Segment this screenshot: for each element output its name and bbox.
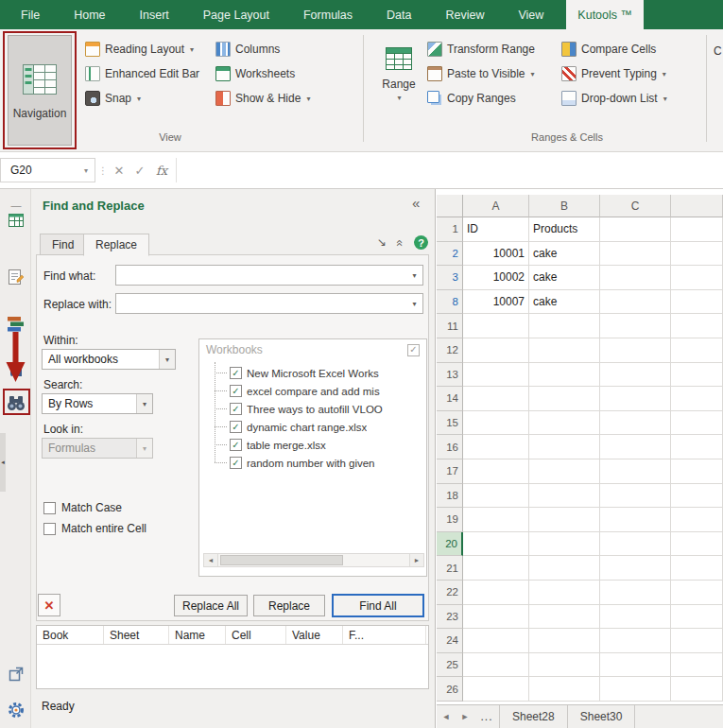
ribbon-button-transform-range[interactable]: Transform Range bbox=[423, 39, 539, 60]
row-header-25[interactable]: 25 bbox=[437, 653, 463, 678]
sheet-overflow-button[interactable]: ... bbox=[474, 710, 499, 723]
find-replace-icon[interactable] bbox=[6, 392, 26, 413]
cell-a24[interactable] bbox=[463, 629, 529, 653]
settings-gear-icon[interactable] bbox=[6, 700, 26, 720]
cell-b23[interactable] bbox=[529, 605, 600, 630]
cell-c18[interactable] bbox=[600, 484, 671, 509]
select-all-corner[interactable] bbox=[437, 195, 463, 217]
cell-a11[interactable] bbox=[463, 314, 529, 338]
cell-b21[interactable] bbox=[529, 556, 600, 581]
cell-c15[interactable] bbox=[600, 411, 671, 436]
cell-d21[interactable] bbox=[671, 556, 723, 581]
sheet-tab-sheet28[interactable]: Sheet28 bbox=[499, 705, 568, 728]
replace-all-button[interactable]: Replace All bbox=[174, 595, 248, 616]
delete-result-button[interactable]: ✕ bbox=[38, 594, 60, 616]
cell-a3[interactable]: 10002 bbox=[463, 266, 529, 290]
name-box[interactable]: G20 ▾ bbox=[0, 158, 95, 182]
cell-b14[interactable] bbox=[529, 387, 600, 411]
workbook-tree-item[interactable]: ✓New Microsoft Excel Works bbox=[207, 364, 421, 382]
tab-replace[interactable]: Replace bbox=[83, 234, 149, 256]
find-all-button[interactable]: Find All bbox=[332, 594, 424, 617]
ribbon-button-show-hide[interactable]: Show & Hide▾ bbox=[212, 88, 314, 109]
cell-a20[interactable] bbox=[463, 532, 529, 557]
cell-c2[interactable] bbox=[600, 242, 671, 267]
row-header-11[interactable]: 11 bbox=[437, 314, 463, 338]
cell-a19[interactable] bbox=[463, 508, 529, 532]
cell-a23[interactable] bbox=[463, 605, 529, 630]
cell-b2[interactable]: cake bbox=[529, 242, 600, 267]
cell-a12[interactable] bbox=[463, 338, 529, 363]
row-header-24[interactable]: 24 bbox=[437, 629, 463, 653]
cell-c13[interactable] bbox=[600, 363, 671, 388]
row-header-15[interactable]: 15 bbox=[437, 411, 463, 436]
sheet-nav-right-icon[interactable]: ► bbox=[456, 712, 474, 721]
chevron-down-icon[interactable]: ▾ bbox=[406, 294, 422, 313]
cell-c23[interactable] bbox=[600, 605, 671, 630]
cell-d2[interactable] bbox=[671, 242, 723, 267]
cell-b20[interactable] bbox=[529, 532, 600, 557]
dock-icon[interactable]: ↘ bbox=[377, 235, 387, 249]
cell-d11[interactable] bbox=[671, 314, 723, 338]
cell-a16[interactable] bbox=[463, 435, 529, 459]
enter-icon[interactable]: ✓ bbox=[130, 158, 149, 182]
cell-b16[interactable] bbox=[529, 435, 600, 459]
cell-b24[interactable] bbox=[529, 629, 600, 653]
results-column-sheet[interactable]: Sheet bbox=[104, 626, 169, 644]
cell-c16[interactable] bbox=[600, 435, 671, 459]
cell-b25[interactable] bbox=[529, 653, 600, 678]
ribbon-tab-home[interactable]: Home bbox=[62, 0, 116, 29]
scroll-right-icon[interactable]: ► bbox=[409, 554, 423, 566]
row-header-17[interactable]: 17 bbox=[437, 459, 463, 484]
cell-b11[interactable] bbox=[529, 314, 600, 338]
ribbon-button-snap[interactable]: Snap▾ bbox=[81, 88, 203, 109]
workbooks-select-all-checkbox[interactable]: ✓ bbox=[407, 344, 420, 356]
ribbon-button-worksheets[interactable]: Worksheets bbox=[212, 63, 314, 84]
cell-c12[interactable] bbox=[600, 338, 671, 363]
row-header-1[interactable]: 1 bbox=[437, 217, 463, 242]
results-column-value[interactable]: Value bbox=[286, 626, 343, 644]
cell-b8[interactable]: cake bbox=[529, 290, 600, 315]
horizontal-scrollbar[interactable]: ◄ ► bbox=[203, 553, 424, 567]
replace-with-input[interactable]: ▾ bbox=[115, 293, 423, 314]
cell-c26[interactable] bbox=[600, 677, 671, 702]
cell-d20[interactable] bbox=[671, 532, 723, 557]
ribbon-tab-data[interactable]: Data bbox=[375, 0, 422, 29]
ribbon-tab-review[interactable]: Review bbox=[434, 0, 495, 29]
cell-a18[interactable] bbox=[463, 484, 529, 509]
collapse-sections-icon[interactable]: « bbox=[393, 239, 407, 245]
cell-d18[interactable] bbox=[671, 484, 723, 509]
column-header-a[interactable]: A bbox=[463, 195, 529, 217]
name-manager-icon[interactable] bbox=[6, 314, 26, 335]
chevron-down-icon[interactable]: ▾ bbox=[136, 394, 152, 413]
help-icon[interactable]: ? bbox=[414, 235, 428, 250]
workbook-tree-item[interactable]: ✓excel compare and add mis bbox=[207, 382, 421, 400]
within-dropdown[interactable]: All workbooks ▾ bbox=[42, 349, 176, 370]
ribbon-button-enhanced-edit-bar[interactable]: Enhanced Edit Bar bbox=[81, 63, 203, 84]
sheet-tab-sheet30[interactable]: Sheet30 bbox=[568, 705, 636, 728]
checkbox-icon[interactable]: ✓ bbox=[230, 457, 242, 469]
formula-input[interactable] bbox=[176, 158, 723, 182]
tab-find[interactable]: Find bbox=[40, 234, 86, 255]
column-list-icon[interactable] bbox=[6, 359, 26, 380]
row-header-12[interactable]: 12 bbox=[437, 338, 463, 363]
row-header-23[interactable]: 23 bbox=[437, 605, 463, 630]
cell-b26[interactable] bbox=[529, 677, 600, 702]
chevron-down-icon[interactable]: ▾ bbox=[159, 350, 175, 369]
cell-a17[interactable] bbox=[463, 459, 529, 484]
ribbon-button-drop-down-list[interactable]: Drop-down List▾ bbox=[558, 88, 671, 109]
range-button[interactable]: Range ▾ bbox=[375, 39, 422, 139]
cell-c22[interactable] bbox=[600, 581, 671, 605]
column-header-b[interactable]: B bbox=[529, 195, 600, 217]
row-header-22[interactable]: 22 bbox=[437, 581, 463, 605]
cell-b19[interactable] bbox=[529, 508, 600, 532]
name-box-dropdown-icon[interactable]: ▾ bbox=[77, 166, 95, 175]
row-header-2[interactable]: 2 bbox=[437, 242, 463, 267]
cell-a15[interactable] bbox=[463, 411, 529, 436]
cell-c3[interactable] bbox=[600, 266, 671, 290]
results-column-book[interactable]: Book bbox=[37, 626, 104, 644]
match-entire-cell-checkbox[interactable]: Match entire Cell bbox=[43, 522, 146, 535]
cell-a22[interactable] bbox=[463, 581, 529, 605]
ribbon-tab-insert[interactable]: Insert bbox=[129, 0, 181, 29]
ribbon-button-reading-layout[interactable]: Reading Layout▾ bbox=[81, 39, 203, 60]
find-what-input[interactable]: ▾ bbox=[115, 265, 423, 286]
